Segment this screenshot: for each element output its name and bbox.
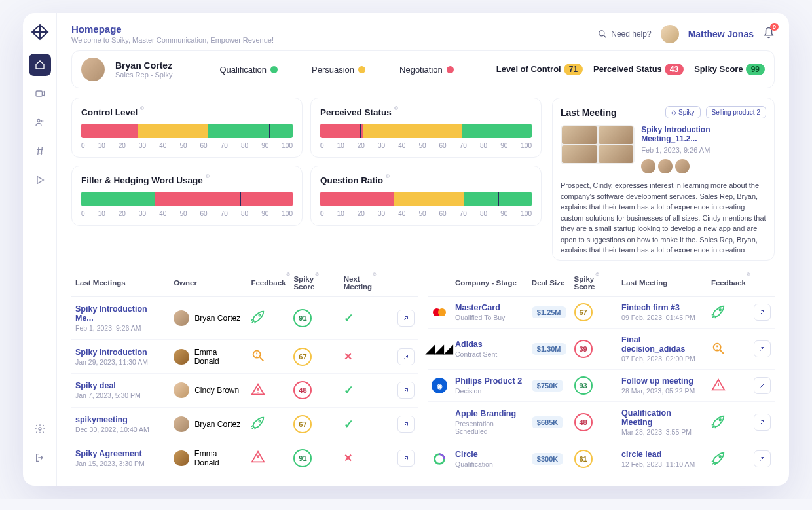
feedback-icon <box>247 297 289 340</box>
meeting-link[interactable]: Spiky Introduction Me... <box>75 304 166 323</box>
next-meeting-status: ✓ <box>340 297 394 340</box>
last-meeting-link[interactable]: Follow up meeting <box>621 376 703 386</box>
nav-video-icon[interactable] <box>29 82 51 105</box>
rep-avatar <box>81 58 105 81</box>
last-meeting-link[interactable]: Fintech firm #3 <box>621 303 703 312</box>
nav-play-icon[interactable] <box>29 169 51 191</box>
company-link[interactable]: MasterCard <box>455 303 524 312</box>
open-button[interactable] <box>397 310 415 327</box>
chart-axis: 0102030405060708090100 <box>320 142 532 149</box>
last-meeting-link[interactable]: Qualification Meeting <box>621 409 703 427</box>
meeting-participants <box>641 159 766 173</box>
meeting-link[interactable]: Spiky deal <box>75 381 166 390</box>
table-row[interactable]: Spiky IntroductionJan 29, 2023, 11:30 AM… <box>71 340 418 374</box>
table-row[interactable]: Spiky AgreementJan 15, 2023, 3:30 PM Emm… <box>71 441 418 475</box>
owner-avatar <box>174 450 189 466</box>
last-meeting-link[interactable]: Final decision_adidas <box>621 335 703 354</box>
open-button[interactable] <box>754 377 771 394</box>
topbar: Homepage Welcome to Spiky, Master Commun… <box>71 24 775 44</box>
chart-perceived-status: Perceived Status 0102030405060708090100 <box>310 98 542 158</box>
chart-axis: 0102030405060708090100 <box>81 142 293 149</box>
nav-people-icon[interactable] <box>29 111 51 134</box>
last-meeting-link[interactable]: circle lead <box>621 450 703 459</box>
user-name[interactable]: Matthew Jonas <box>688 29 754 39</box>
owner-name: Cindy Brown <box>194 386 239 395</box>
score-badge: 48 <box>574 413 593 431</box>
help-link[interactable]: Need help? <box>598 29 651 39</box>
search-icon <box>598 29 607 39</box>
table-row[interactable]: ◢◢◢ AdidasContract Sent $1.30M 39 Final … <box>428 329 775 370</box>
meeting-thumbnail[interactable] <box>561 125 635 164</box>
svg-point-6 <box>253 351 261 358</box>
meeting-description: Prospect, Cindy, expresses interest in l… <box>561 180 766 252</box>
nav-settings-icon[interactable] <box>29 418 51 440</box>
table-row[interactable]: spikymeetingDec 30, 2022, 10:40 AM Bryan… <box>71 407 418 441</box>
feedback-icon <box>247 407 289 441</box>
notifications-button[interactable]: 9 <box>763 27 775 41</box>
score-badge: 67 <box>293 415 312 433</box>
company-logo <box>428 402 451 443</box>
svg-point-1 <box>37 119 40 122</box>
company-link[interactable]: Philips Product 2 <box>455 376 524 386</box>
owner-name: Emma Donald <box>194 449 244 467</box>
svg-point-4 <box>599 30 604 35</box>
company-link[interactable]: Adidas <box>455 340 524 349</box>
next-meeting-status: ✓ <box>340 407 394 441</box>
open-button[interactable] <box>754 304 771 321</box>
open-button[interactable] <box>397 416 415 433</box>
chart-control-level: Control Level 0102030405060708090100 <box>71 98 303 158</box>
nav-home-icon[interactable] <box>29 54 51 76</box>
stat-ss: Spiky Score99 <box>694 64 765 75</box>
table-row[interactable]: ◉ Philips Product 2Decision $750K 93 Fol… <box>428 370 775 402</box>
company-link[interactable]: Circle <box>455 450 524 459</box>
feedback-icon <box>707 297 750 329</box>
table-row[interactable]: Spiky Introduction Me...Feb 1, 2023, 9:2… <box>71 297 418 340</box>
meeting-link[interactable]: spikymeeting <box>75 415 166 424</box>
owner-avatar <box>174 349 189 365</box>
deal-size: $1.30M <box>532 343 566 355</box>
tag-qualification: Qualification <box>219 65 278 75</box>
nav-hash-icon[interactable] <box>29 140 51 162</box>
owner-name: Bryan Cortez <box>194 314 240 323</box>
table-row[interactable]: CircleQualification $300K 61 circle lead… <box>428 443 775 475</box>
nav-logout-icon[interactable] <box>29 446 51 469</box>
notification-badge: 9 <box>770 23 779 31</box>
meeting-link[interactable]: Spiky Agreement <box>75 449 166 458</box>
table-row[interactable]: Spiky dealJan 7, 2023, 5:30 PM Cindy Bro… <box>71 374 418 408</box>
svg-point-9 <box>438 308 446 316</box>
last-meeting-label: Last Meeting <box>561 107 660 118</box>
meeting-title-link[interactable]: Spiky Introduction Meeting_11.2... <box>641 125 766 143</box>
deal-size: $750K <box>532 380 563 392</box>
open-button[interactable] <box>754 414 771 431</box>
profile-bar: Bryan Cortez Sales Rep - Spiky Qualifica… <box>71 50 775 88</box>
open-button[interactable] <box>754 450 771 467</box>
open-button[interactable] <box>754 340 771 357</box>
feedback-icon <box>247 340 289 374</box>
meeting-link[interactable]: Spiky Introduction <box>75 348 166 357</box>
chart-filler-hedging: Filler & Hedging Word Usage 010203040506… <box>71 166 303 226</box>
open-button[interactable] <box>397 348 415 365</box>
svg-point-5 <box>259 314 261 316</box>
owner-name: Emma Donald <box>194 348 244 366</box>
owner-avatar <box>174 416 189 432</box>
open-button[interactable] <box>397 382 415 399</box>
feedback-icon <box>707 443 750 475</box>
svg-point-11 <box>714 343 721 350</box>
page-title: Homepage <box>71 24 589 35</box>
open-button[interactable] <box>397 450 415 467</box>
rep-name: Bryan Cortez <box>115 60 172 71</box>
svg-rect-0 <box>36 91 42 96</box>
score-badge: 93 <box>574 376 593 395</box>
chip-spiky[interactable]: ◇ Spiky <box>665 106 700 118</box>
svg-point-14 <box>719 455 721 457</box>
deal-size: $1.25M <box>532 306 566 318</box>
company-link[interactable]: Apple Branding <box>455 409 524 418</box>
feedback-icon <box>247 374 289 408</box>
table-row[interactable]: MasterCardQualified To Buy $1.25M 67 Fin… <box>428 297 775 329</box>
svg-point-2 <box>41 120 43 122</box>
help-label: Need help? <box>611 29 651 39</box>
user-avatar[interactable] <box>661 25 679 43</box>
chip-product[interactable]: Selling product 2 <box>706 106 767 118</box>
svg-point-12 <box>719 418 721 420</box>
table-row[interactable]: Apple BrandingPresentation Scheduled $68… <box>428 402 775 443</box>
